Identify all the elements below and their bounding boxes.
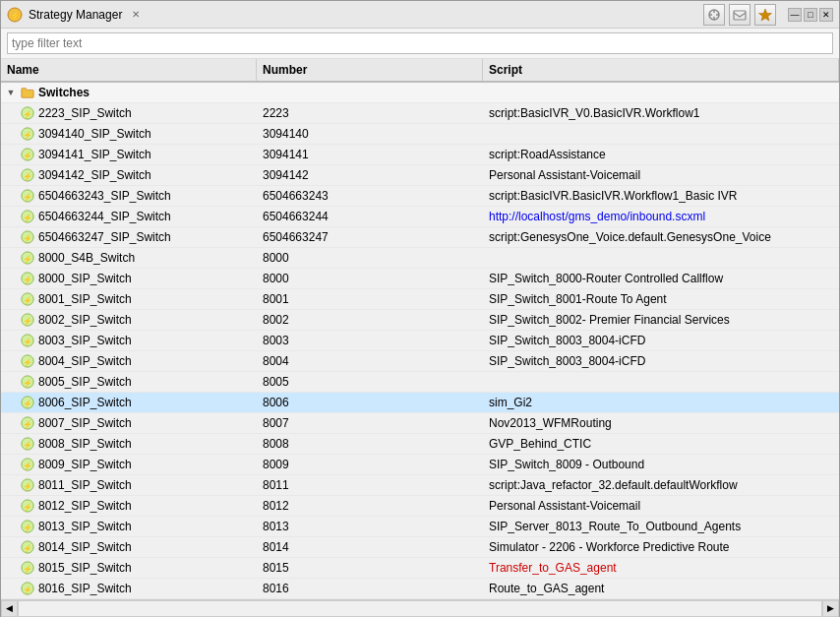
name-cell: ⚡ 2223_SIP_Switch [1, 103, 257, 123]
category-row-switches[interactable]: ▼ Switches [1, 83, 839, 103]
switch-icon: ⚡ [21, 499, 34, 513]
table-row[interactable]: ⚡ 8007_SIP_Switch 8007 Nov2013_WFMRoutin… [1, 413, 839, 434]
row-name: 8000_SIP_Switch [38, 270, 132, 287]
title-bar-left: ⚡ Strategy Manager ✕ [7, 7, 140, 23]
maximize-btn[interactable]: □ [804, 8, 817, 22]
close-btn[interactable]: ✕ [819, 8, 833, 22]
row-name: 8002_SIP_Switch [38, 311, 132, 329]
table-row[interactable]: ⚡ 6504663243_SIP_Switch 6504663243 scrip… [1, 186, 839, 207]
script-cell: Nov2013_WFMRouting [483, 413, 839, 433]
svg-text:⚡: ⚡ [23, 440, 32, 450]
row-icon: ⚡ [21, 168, 34, 182]
table-row[interactable]: ⚡ 3094140_SIP_Switch 3094140 [1, 124, 839, 145]
script-cell: script:BasicIVR_V0.BasicIVR.Workflow1 [483, 103, 839, 123]
svg-text:⚡: ⚡ [23, 481, 32, 491]
name-cell: ⚡ 8004_SIP_Switch [1, 351, 257, 371]
table-row[interactable]: ⚡ 8011_SIP_Switch 8011 script:Java_refac… [1, 475, 839, 496]
row-icon: ⚡ [21, 540, 34, 554]
row-name: 2223_SIP_Switch [38, 104, 132, 122]
svg-text:⚡: ⚡ [23, 461, 32, 470]
table-row[interactable]: ⚡ 8000_S4B_Switch 8000 [1, 248, 839, 269]
name-cell: ⚡ 8000_SIP_Switch [1, 269, 257, 288]
title-bar-right: — □ ✕ [703, 4, 833, 26]
table-body[interactable]: ▼ Switches ⚡ 2223_SIP_Switch 2223 [1, 83, 839, 599]
row-name: 8014_SIP_Switch [38, 538, 132, 556]
table-row[interactable]: ⚡ 8000_SIP_Switch 8000 SIP_Switch_8000-R… [1, 269, 839, 289]
table-row[interactable]: ⚡ 8013_SIP_Switch 8013 SIP_Server_8013_R… [1, 517, 839, 537]
category-number-cell [257, 92, 483, 93]
script-cell: script:GenesysOne_Voice.default.GenesysO… [483, 227, 839, 247]
row-icon: ⚡ [21, 582, 34, 595]
toolbar-btn-1[interactable] [703, 4, 725, 26]
table-row[interactable]: ⚡ 8003_SIP_Switch 8003 SIP_Switch_8003_8… [1, 331, 839, 351]
row-icon: ⚡ [21, 230, 34, 244]
switch-icon: ⚡ [21, 437, 34, 451]
number-cell: 8000 [257, 248, 483, 268]
h-scroll-track[interactable] [18, 600, 822, 617]
row-icon: ⚡ [21, 437, 34, 451]
row-name: 8007_SIP_Switch [38, 414, 132, 432]
row-icon: ⚡ [21, 375, 34, 389]
script-cell: SIP_Switch_8002- Premier Financial Servi… [483, 310, 839, 330]
row-name: 8006_SIP_Switch [38, 394, 132, 411]
svg-text:⚡: ⚡ [23, 419, 32, 429]
name-cell: ⚡ 8005_SIP_Switch [1, 372, 257, 392]
table-row[interactable]: ⚡ 8006_SIP_Switch 8006 sim_Gi2 [1, 393, 839, 413]
table-row[interactable]: ⚡ 8001_SIP_Switch 8001 SIP_Switch_8001-R… [1, 289, 839, 310]
bottom-scrollbar: ◀ ▶ [1, 599, 839, 616]
table-row[interactable]: ⚡ 3094142_SIP_Switch 3094142 Personal As… [1, 165, 839, 186]
minimize-btn[interactable]: — [788, 8, 802, 22]
script-cell: SIP_Switch_8003_8004-iCFD [483, 351, 839, 371]
row-icon: ⚡ [21, 210, 34, 223]
table-row[interactable]: ⚡ 8015_SIP_Switch 8015 Transfer_to_GAS_a… [1, 558, 839, 579]
svg-text:⚡: ⚡ [23, 564, 32, 574]
switch-icon: ⚡ [21, 458, 34, 471]
svg-text:⚡: ⚡ [23, 523, 32, 532]
svg-text:⚡: ⚡ [10, 10, 22, 22]
table-row[interactable]: ⚡ 8008_SIP_Switch 8008 GVP_Behind_CTIC [1, 434, 839, 455]
svg-text:⚡: ⚡ [23, 399, 32, 408]
switch-icon: ⚡ [21, 127, 34, 141]
expand-arrow[interactable]: ▼ [5, 87, 17, 98]
number-cell: 6504663244 [257, 207, 483, 226]
scroll-right-btn[interactable]: ▶ [822, 600, 839, 617]
table-row[interactable]: ⚡ 6504663247_SIP_Switch 6504663247 scrip… [1, 227, 839, 248]
row-name: 8011_SIP_Switch [38, 476, 132, 494]
svg-text:⚡: ⚡ [23, 233, 32, 243]
table-row[interactable]: ⚡ 8016_SIP_Switch 8016 Route_to_GAS_agen… [1, 579, 839, 599]
row-name: 3094142_SIP_Switch [38, 166, 151, 184]
script-cell: SIP_Switch_8003_8004-iCFD [483, 331, 839, 350]
row-name: 8009_SIP_Switch [38, 456, 132, 473]
svg-text:⚡: ⚡ [23, 316, 32, 326]
scroll-left-btn[interactable]: ◀ [1, 600, 18, 617]
filter-input[interactable] [7, 32, 833, 54]
toolbar-btn-2[interactable] [729, 4, 750, 26]
switch-icon: ⚡ [21, 210, 34, 223]
switch-icon: ⚡ [21, 354, 34, 368]
script-cell [483, 257, 839, 259]
tab-close-btn[interactable]: ✕ [132, 9, 140, 20]
category-label: Switches [38, 84, 90, 101]
table-row[interactable]: ⚡ 8002_SIP_Switch 8002 SIP_Switch_8002- … [1, 310, 839, 331]
table-row[interactable]: ⚡ 8014_SIP_Switch 8014 Simulator - 2206 … [1, 537, 839, 558]
table-row[interactable]: ⚡ 2223_SIP_Switch 2223 script:BasicIVR_V… [1, 103, 839, 124]
svg-text:⚡: ⚡ [23, 275, 32, 284]
row-name: 8016_SIP_Switch [38, 580, 132, 597]
script-cell: Route_to_GAS_agent [483, 579, 839, 598]
table-row[interactable]: ⚡ 8012_SIP_Switch 8012 Personal Assistan… [1, 496, 839, 517]
script-cell: SIP_Switch_8001-Route To Agent [483, 289, 839, 309]
filter-bar [1, 29, 839, 59]
table-row[interactable]: ⚡ 3094141_SIP_Switch 3094141 script:Road… [1, 145, 839, 165]
svg-marker-8 [759, 9, 772, 21]
row-name: 3094141_SIP_Switch [38, 146, 151, 163]
toolbar-btn-3[interactable] [754, 4, 776, 26]
table-row[interactable]: ⚡ 8004_SIP_Switch 8004 SIP_Switch_8003_8… [1, 351, 839, 372]
script-cell: script:RoadAssistance [483, 145, 839, 164]
name-cell: ⚡ 6504663247_SIP_Switch [1, 227, 257, 247]
table-row[interactable]: ⚡ 8005_SIP_Switch 8005 [1, 372, 839, 393]
number-cell: 8006 [257, 393, 483, 412]
name-cell: ⚡ 8007_SIP_Switch [1, 413, 257, 433]
table-row[interactable]: ⚡ 6504663244_SIP_Switch 6504663244 http:… [1, 207, 839, 227]
table-row[interactable]: ⚡ 8009_SIP_Switch 8009 SIP_Switch_8009 -… [1, 455, 839, 475]
script-cell: Personal Assistant-Voicemail [483, 496, 839, 516]
